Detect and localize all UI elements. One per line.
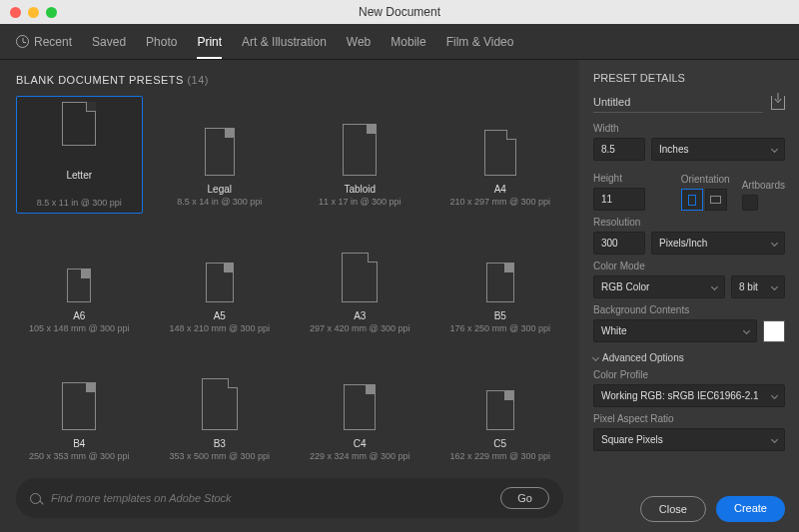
bit-depth-select[interactable]: 8 bit [731,275,785,298]
unit-select[interactable]: Inches [651,138,785,161]
presets-header-text: BLANK DOCUMENT PRESETS [16,74,184,86]
preset-c5[interactable]: C5162 x 229 mm @ 300 ppi [437,350,564,468]
page-icon [62,102,96,146]
details-header: PRESET DETAILS [593,72,785,84]
preset-dimensions: 8.5 x 14 in @ 300 ppi [177,197,262,207]
page-icon [206,263,234,302]
presets-grid: Letter8.5 x 11 in @ 300 ppiLegal8.5 x 14… [16,96,563,468]
page-icon [486,390,514,430]
preset-a6[interactable]: A6105 x 148 mm @ 300 ppi [16,224,143,339]
preset-name: A3 [354,310,366,321]
orientation-portrait-button[interactable] [681,189,703,211]
portrait-icon [688,195,696,206]
preset-name: A4 [494,184,506,195]
preset-dimensions: 229 x 324 mm @ 300 ppi [310,451,410,461]
chevron-down-icon [743,327,750,334]
chevron-down-icon [771,283,778,290]
close-window-icon[interactable] [10,7,21,18]
preset-name: A6 [73,310,85,321]
preset-dimensions: 250 x 353 mm @ 300 ppi [29,451,130,461]
resolution-label: Resolution [593,217,785,228]
page-icon [67,268,91,302]
presets-panel: BLANK DOCUMENT PRESETS (14) Letter8.5 x … [0,60,579,532]
pixel-aspect-select[interactable]: Square Pixels [593,428,785,451]
preset-tabloid[interactable]: Tabloid11 x 17 in @ 300 ppi [297,96,423,214]
orientation-landscape-button[interactable] [705,189,727,211]
preset-dimensions: 176 x 250 mm @ 300 ppi [449,323,550,333]
preset-dimensions: 105 x 148 mm @ 300 ppi [29,323,130,333]
tab-recent[interactable]: Recent [16,25,72,59]
preset-details-panel: PRESET DETAILS Width Inches Height Orien… [579,60,799,532]
background-color-swatch[interactable] [763,320,785,342]
tab-web[interactable]: Web [347,25,371,59]
orientation-label: Orientation [681,174,730,185]
tab-mobile[interactable]: Mobile [391,25,425,59]
preset-dimensions: 148 x 210 mm @ 300 ppi [169,323,270,333]
recent-icon [16,35,29,48]
page-icon [62,382,96,430]
save-preset-icon[interactable] [771,96,785,110]
height-label: Height [593,173,669,184]
preset-name: Tabloid [344,184,376,195]
artboards-checkbox[interactable] [742,195,758,211]
preset-legal[interactable]: Legal8.5 x 14 in @ 300 ppi [157,96,284,214]
preset-name: B5 [494,310,506,321]
preset-name: A5 [214,310,226,321]
minimize-window-icon[interactable] [28,7,39,18]
titlebar: New Document [0,0,799,24]
preset-letter[interactable]: Letter8.5 x 11 in @ 300 ppi [16,96,143,214]
resolution-unit-select[interactable]: Pixels/Inch [651,232,785,255]
tab-photo[interactable]: Photo [146,25,177,59]
page-icon [344,384,376,430]
zoom-window-icon[interactable] [46,7,57,18]
color-mode-label: Color Mode [593,261,785,271]
chevron-down-icon [592,354,599,361]
background-label: Background Contents [593,304,785,315]
window-title: New Document [359,5,440,19]
preset-dimensions: 162 x 229 mm @ 300 ppi [449,451,550,461]
category-tabs: RecentSavedPhotoPrintArt & IllustrationW… [0,24,799,60]
preset-c4[interactable]: C4229 x 324 mm @ 300 ppi [297,350,423,468]
preset-a3[interactable]: A3297 x 420 mm @ 300 ppi [297,224,423,339]
chevron-down-icon [771,392,778,399]
close-button[interactable]: Close [640,496,706,522]
preset-b4[interactable]: B4250 x 353 mm @ 300 ppi [16,350,143,468]
tab-film-video[interactable]: Film & Video [446,25,514,59]
preset-name: Legal [208,184,232,195]
chevron-down-icon [711,283,718,290]
preset-name: Letter [66,170,92,181]
artboards-label: Artboards [742,180,785,191]
preset-dimensions: 8.5 x 11 in @ 300 ppi [37,198,122,208]
color-mode-select[interactable]: RGB Color [593,275,725,298]
color-profile-select[interactable]: Working RGB: sRGB IEC61966-2.1 [593,384,785,407]
tab-saved[interactable]: Saved [92,25,126,59]
search-input[interactable] [51,492,490,504]
create-button[interactable]: Create [716,496,785,522]
chevron-down-icon [771,240,778,247]
preset-b3[interactable]: B3353 x 500 mm @ 300 ppi [157,350,284,468]
presets-header: BLANK DOCUMENT PRESETS (14) [16,74,563,86]
page-icon [342,253,378,302]
preset-a5[interactable]: A5148 x 210 mm @ 300 ppi [157,224,284,339]
stock-search: Go [16,478,563,518]
preset-a4[interactable]: A4210 x 297 mm @ 300 ppi [437,96,564,214]
width-label: Width [593,123,785,134]
tab-print[interactable]: Print [197,25,222,59]
document-name-input[interactable] [593,92,763,113]
color-profile-label: Color Profile [593,369,785,380]
width-input[interactable] [593,138,645,161]
height-input[interactable] [593,188,645,211]
preset-name: C4 [354,438,367,449]
preset-name: B3 [214,438,226,449]
tab-art-illustration[interactable]: Art & Illustration [242,25,327,59]
resolution-input[interactable] [593,232,645,255]
background-select[interactable]: White [593,319,757,342]
go-button[interactable]: Go [500,487,549,509]
preset-name: B4 [73,438,85,449]
preset-b5[interactable]: B5176 x 250 mm @ 300 ppi [437,224,564,339]
page-icon [202,378,238,430]
traffic-lights [0,7,57,18]
page-icon [484,130,516,176]
landscape-icon [710,196,721,204]
advanced-options-toggle[interactable]: Advanced Options [593,352,785,363]
